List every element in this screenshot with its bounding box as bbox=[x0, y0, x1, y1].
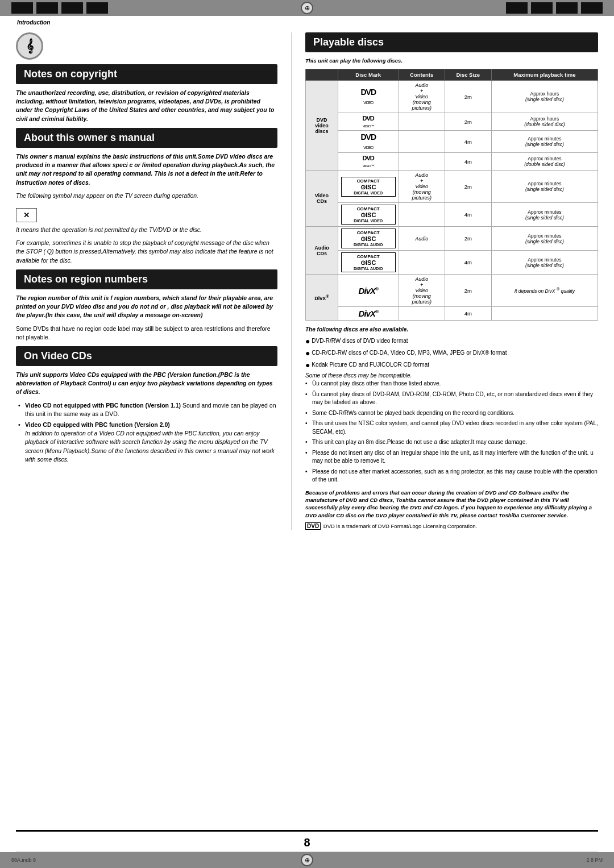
page-wrapper: ⊕ Introduction 𝄞 Notes on copyright The … bbox=[0, 0, 614, 868]
main-content: 𝄞 Notes on copyright The unauthorized re… bbox=[0, 27, 614, 830]
copyright-title: Notes on copyright bbox=[16, 64, 277, 84]
video-cd-body1: This unit supports Video CDs equipped wi… bbox=[16, 371, 277, 397]
table-row: DVDvideodiscs DVDVIDEO Audio+Video(movin… bbox=[306, 81, 598, 113]
divx-time-1: It depends on DivX ® quality bbox=[491, 275, 598, 307]
note-item-6: Please do not insert any disc of an irre… bbox=[305, 449, 598, 466]
table-row: DivX® DivX® Audio+Video(movingpictures) … bbox=[306, 275, 598, 307]
dvd-contents-1: Audio+Video(movingpictures) bbox=[399, 81, 445, 113]
acd-mark-1: COMPACT ⊙ISC DIGITAL AUDIO bbox=[338, 227, 399, 251]
divx-size-2: 4m bbox=[445, 307, 491, 321]
divx-time-2 bbox=[491, 307, 598, 321]
dot-icon: ● bbox=[305, 348, 310, 358]
vcd-time-2: Approx minutes(single sided disc) bbox=[491, 203, 598, 227]
col-type bbox=[306, 69, 338, 81]
header-blocks-left bbox=[0, 2, 108, 14]
header-block bbox=[61, 2, 83, 14]
footer-bar: 88A.indb 8 ⊕ 2 8 PM bbox=[0, 852, 614, 868]
header-block bbox=[556, 2, 578, 14]
also-item-1: ● DVD-R/RW discs of DVD video format bbox=[305, 335, 598, 347]
dot-icon: ● bbox=[305, 337, 310, 346]
table-row: COMPACT ⊙ISC DIGITAL AUDIO 4m Approx min… bbox=[306, 251, 598, 275]
dvd-mark-1: DVDVIDEO bbox=[338, 81, 399, 113]
prohibited-box: ✕ bbox=[16, 208, 37, 222]
region-title: Notes on region numbers bbox=[16, 269, 277, 289]
dvd-time-4: Approx minutes(double sided disc) bbox=[491, 153, 598, 171]
table-row: AudioCDs COMPACT ⊙ISC DIGITAL AUDIO Audi… bbox=[306, 227, 598, 251]
bullet2-body: In addition to operation of a Video CD n… bbox=[25, 430, 275, 463]
videocd-type-cell: VideoCDs bbox=[306, 171, 338, 227]
video-cd-bullet1: Video CD not equipped with PBC function … bbox=[18, 401, 277, 418]
dvd-contents-3 bbox=[399, 131, 445, 153]
table-row: VideoCDs COMPACT ⊙ISC DIGITAL VIDEO Audi… bbox=[306, 171, 598, 203]
dvd-mark-2: DVDVIDEO ™ bbox=[338, 113, 399, 131]
dvd-contents-2 bbox=[399, 113, 445, 131]
dvd-size-1: 2m bbox=[445, 81, 491, 113]
left-column: 𝄞 Notes on copyright The unauthorized re… bbox=[16, 32, 277, 530]
acd-size-2: 4m bbox=[445, 251, 491, 275]
table-row: COMPACT ⊙ISC DIGITAL VIDEO 4m Approx min… bbox=[306, 203, 598, 227]
note-item-4: This unit uses the NTSC color system, an… bbox=[305, 420, 598, 436]
dvd-type-cell: DVDvideodiscs bbox=[306, 81, 338, 171]
col-contents: Contents bbox=[399, 69, 445, 81]
header-bar: ⊕ bbox=[0, 0, 614, 16]
table-row: DVDVIDEO ™ 2m Approx hours(double sided … bbox=[306, 113, 598, 131]
acd-logo-1: COMPACT ⊙ISC DIGITAL AUDIO bbox=[341, 229, 396, 248]
header-block bbox=[581, 2, 603, 14]
acd-contents-1: Audio bbox=[399, 227, 445, 251]
right-column: Playable discs This unit can play the fo… bbox=[305, 32, 598, 530]
acd-time-2: Approx minutes(single sided disc) bbox=[491, 251, 598, 275]
note-item-2: Ûu cannot play discs of DVD-RAM, DVD-ROM… bbox=[305, 391, 598, 407]
content-area: 𝄞 Notes on copyright The unauthorized re… bbox=[0, 27, 614, 536]
dvd-logo-3: DVDVIDEO bbox=[341, 132, 396, 151]
dvd-size-4: 4m bbox=[445, 153, 491, 171]
dvd-time-1: Approx hours(single sided disc) bbox=[491, 81, 598, 113]
video-cd-list: Video CD not equipped with PBC function … bbox=[16, 401, 277, 464]
dvd-logo-1: DVDVIDEO bbox=[341, 88, 396, 106]
acd-contents-2 bbox=[399, 251, 445, 275]
copyright-symbol: 𝄞 bbox=[26, 39, 34, 53]
header-block bbox=[86, 2, 108, 14]
col-playback: Maximum playback time bbox=[491, 69, 598, 81]
video-cd-bullet2: Video CD equipped with PBC function (Ver… bbox=[18, 421, 277, 464]
header-blocks-right bbox=[506, 2, 603, 14]
video-cd-title: On Video CDs bbox=[16, 346, 277, 366]
copyright-body: The unauthorized recording, use, distrib… bbox=[16, 89, 277, 123]
vcd-contents-2 bbox=[399, 203, 445, 227]
final-note: Because of problems and errors that can … bbox=[305, 489, 598, 519]
header-compass-icon: ⊕ bbox=[301, 2, 313, 14]
note-item-7: Please do not use after market accessori… bbox=[305, 468, 598, 484]
divx-type-cell: DivX® bbox=[306, 275, 338, 321]
section-label: Introduction bbox=[0, 16, 614, 27]
col-size: Disc Size bbox=[445, 69, 491, 81]
bullet1-label: Video CD not equipped with PBC function … bbox=[25, 402, 181, 409]
playable-discs-title: Playable discs bbox=[305, 32, 598, 52]
trademark-body: DVD is a trademark of DVD Format/Logo Li… bbox=[323, 523, 477, 529]
dvd-size-3: 4m bbox=[445, 131, 491, 153]
notes-list: Ûu cannot play discs other than those li… bbox=[305, 380, 598, 484]
vcd-time-1: Approx minutes(single sided disc) bbox=[491, 171, 598, 203]
owner-title: About this owner s manual bbox=[16, 128, 277, 148]
dvd-mark-4: DVDVIDEO ™ bbox=[338, 153, 399, 171]
divx-logo-1: DivX® bbox=[341, 286, 396, 296]
dvd-logo-4: DVDVIDEO ™ bbox=[341, 155, 396, 168]
vcd-mark-2: COMPACT ⊙ISC DIGITAL VIDEO bbox=[338, 203, 399, 227]
owner-body2: The following symbol may appear on the T… bbox=[16, 192, 277, 200]
header-block bbox=[36, 2, 58, 14]
audiocd-type-cell: AudioCDs bbox=[306, 227, 338, 275]
bullet2-label: Video CD equipped with PBC function (Ver… bbox=[25, 421, 170, 428]
copyright-icon: 𝄞 bbox=[16, 32, 43, 60]
footer-right-text: 2 8 PM bbox=[586, 857, 603, 863]
vcd-contents-1: Audio+Video(movingpictures) bbox=[399, 171, 445, 203]
page-number-area: 8 bbox=[16, 830, 598, 852]
dvd-mark-3: DVDVIDEO bbox=[338, 131, 399, 153]
col-disc-mark: Disc Mark bbox=[338, 69, 399, 81]
divx-mark-1: DivX® bbox=[338, 275, 399, 307]
also-item-4: Some of these discs may be incompatible. bbox=[305, 371, 598, 380]
dvd-time-3: Approx minutes(single sided disc) bbox=[491, 131, 598, 153]
prohibited-symbol: ✕ bbox=[23, 211, 30, 219]
footer-compass-icon: ⊕ bbox=[301, 854, 313, 866]
divx-contents-1: Audio+Video(movingpictures) bbox=[399, 275, 445, 307]
note-item-3: Some CD-R/RWs cannot be played back depe… bbox=[305, 409, 598, 418]
region-body2: Some DVDs that have no region code label… bbox=[16, 325, 277, 342]
header-block bbox=[11, 2, 33, 14]
